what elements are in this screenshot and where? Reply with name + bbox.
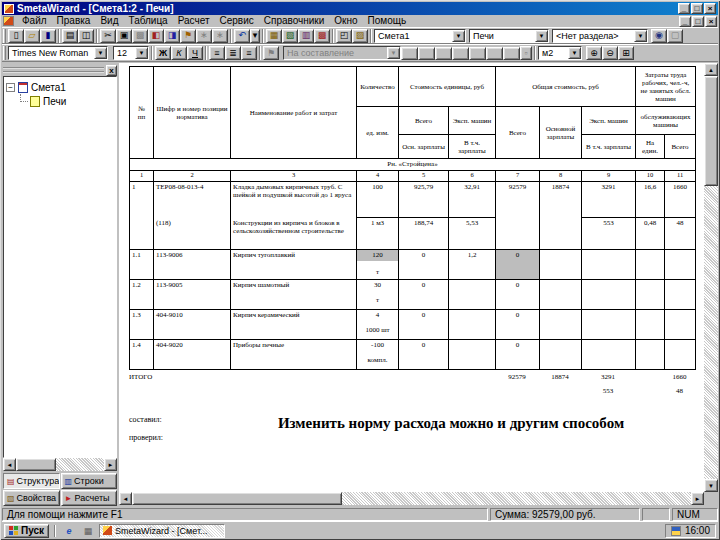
mdi-minimize-button[interactable]: _ [679, 16, 691, 27]
horizontal-scrollbar[interactable]: ◄ ► [119, 492, 704, 505]
italic-button[interactable]: К [171, 46, 187, 60]
bold-button[interactable]: Ж [155, 46, 171, 60]
table-icon[interactable]: ▦ [266, 29, 282, 43]
wizard-icon[interactable]: ∗ [196, 29, 212, 43]
tree-item-pechi[interactable]: Печи [20, 94, 114, 108]
more-icon[interactable]: ▫ [520, 46, 532, 60]
start-button[interactable]: Пуск [4, 524, 49, 538]
mdi-close-button[interactable]: × [705, 16, 717, 27]
chevron-down-icon[interactable]: ▼ [94, 47, 107, 59]
tab-structure[interactable]: ▤ Структура [3, 473, 60, 489]
menu-window[interactable]: Окно [329, 15, 362, 27]
tab-calculations[interactable]: ► Расчеты [61, 490, 118, 506]
table-row[interactable]: 1.4 404-9020 Приборы печные -100компл. 0… [130, 340, 696, 370]
minimize-button[interactable]: _ [678, 3, 690, 14]
table-row[interactable]: 1.1 113-9006 Кирпич тугоплавкий 120т 0 1… [130, 250, 696, 280]
chevron-down-icon[interactable]: ▼ [387, 47, 400, 59]
align-right-icon[interactable]: ≡ [241, 46, 257, 60]
grid-icon[interactable]: ▩ [314, 29, 330, 43]
scroll-thumb[interactable] [132, 492, 342, 505]
font-combo[interactable]: Times New Roman ▼ [8, 46, 108, 60]
check-flag-icon[interactable]: ⚑ [263, 46, 279, 60]
find-position-icon[interactable]: ◉ [651, 29, 667, 43]
unit-combo[interactable]: м2 ▼ [538, 46, 582, 60]
row-quantity-cell[interactable]: 41000 шт [357, 310, 399, 340]
menu-service[interactable]: Сервис [215, 15, 259, 27]
taskbar-task-smetawizard[interactable]: SmetaWizard - [Смет... [99, 524, 225, 538]
close-panel-icon[interactable]: x [106, 65, 117, 76]
zoom-page-icon[interactable]: ⊞ [618, 46, 634, 60]
print-icon[interactable]: ▤ [62, 29, 78, 43]
insert-row-icon[interactable]: ◧ [148, 29, 164, 43]
print-preview-icon[interactable]: ◫ [78, 29, 94, 43]
properties-icon[interactable]: ◰ [336, 29, 352, 43]
row-quantity-cell[interactable]: 1 м3 [357, 218, 399, 250]
tray-icon[interactable] [671, 526, 681, 536]
chevron-down-icon[interactable]: ▼ [568, 47, 581, 59]
scroll-right-icon[interactable]: ► [691, 492, 704, 505]
font-size-combo[interactable]: 12 ▼ [113, 46, 149, 60]
menu-file[interactable]: Файл [17, 15, 52, 27]
row-total[interactable]: 0 [496, 340, 540, 370]
flag-icon[interactable]: ⚑ [180, 29, 196, 43]
maximize-button[interactable]: □ [691, 3, 703, 14]
table-row[interactable]: (118) Конструкции из кирпича и блоков в … [130, 218, 696, 250]
open-icon[interactable]: ▱ [24, 29, 40, 43]
align-left-icon[interactable]: ≡ [209, 46, 225, 60]
row-total[interactable] [496, 218, 540, 250]
row-total[interactable]: 0 [496, 250, 540, 280]
copy-icon[interactable]: ▣ [116, 29, 132, 43]
row-total[interactable]: 0 [496, 280, 540, 310]
document-page[interactable]: № пп Шифр и номер позиции норматива Наим… [119, 63, 704, 492]
save-icon[interactable]: ▮ [40, 29, 56, 43]
row-total[interactable]: 0 [496, 310, 540, 340]
undo-dropdown-icon[interactable]: ▾ [250, 29, 260, 43]
underline-button[interactable]: Ч [187, 46, 203, 60]
menu-calc[interactable]: Расчет [173, 15, 215, 27]
row-quantity-cell[interactable]: 100 [357, 182, 399, 218]
vertical-scrollbar[interactable]: ▲ ▼ [704, 63, 718, 492]
panel-grip[interactable]: x [3, 64, 117, 76]
scroll-right-icon[interactable]: ► [104, 458, 117, 471]
tab-properties[interactable]: ▧ Свойства [3, 490, 60, 506]
formula-combo[interactable]: На составление ▼ [283, 46, 401, 60]
paste-icon[interactable]: ▩ [132, 29, 148, 43]
desktop-shortcut-icon[interactable]: ▦ [80, 524, 96, 538]
document-combo[interactable]: Печи ▼ [469, 29, 549, 43]
magic-icon[interactable]: ∗ [212, 29, 228, 43]
new-window-icon[interactable]: ▢ [667, 29, 683, 43]
smeta-combo[interactable]: Смета1 ▼ [374, 29, 466, 43]
chevron-down-icon[interactable]: ▼ [452, 30, 465, 42]
row-quantity-cell[interactable]: 30т [357, 280, 399, 310]
cut-icon[interactable]: ✂ [100, 29, 116, 43]
scroll-left-icon[interactable]: ◄ [3, 458, 16, 471]
razdel-combo[interactable]: <Нет раздела> ▼ [552, 29, 648, 43]
chevron-down-icon[interactable]: ▼ [634, 30, 647, 42]
zoom-in-icon[interactable]: ⊕ [586, 46, 602, 60]
align-center-icon[interactable]: ≣ [225, 46, 241, 60]
menu-edit[interactable]: Правка [52, 15, 96, 27]
table-row[interactable]: 1 ТЕР08-08-013-4 Кладка дымовых кирпичны… [130, 182, 696, 218]
cell-icon[interactable]: ▨ [352, 29, 368, 43]
menu-references[interactable]: Справочники [259, 15, 330, 27]
scroll-up-icon[interactable]: ▲ [704, 63, 718, 76]
tab-rows[interactable]: ▥ Строки [61, 473, 118, 489]
scroll-left-icon[interactable]: ◄ [119, 492, 132, 505]
chevron-down-icon[interactable]: ▼ [135, 47, 148, 59]
add-table-icon[interactable]: ▥ [298, 29, 314, 43]
chevron-down-icon[interactable]: ▼ [535, 30, 548, 42]
new-document-icon[interactable]: ▯ [8, 29, 24, 43]
internet-explorer-icon[interactable]: e [61, 524, 77, 538]
row-total[interactable]: 92579 [496, 182, 540, 218]
menu-table[interactable]: Таблица [123, 15, 172, 27]
zoom-out-icon[interactable]: ⊖ [602, 46, 618, 60]
menu-view[interactable]: Вид [95, 15, 123, 27]
tree-item-smeta[interactable]: − Смета1 [6, 80, 114, 94]
undo-icon[interactable]: ↶ [234, 29, 250, 43]
collapse-icon[interactable]: − [6, 83, 15, 92]
close-button[interactable]: × [704, 3, 716, 14]
menu-help[interactable]: Помощь [363, 15, 412, 27]
row-quantity-cell[interactable]: -100компл. [357, 340, 399, 370]
mdi-restore-button[interactable]: □ [692, 16, 704, 27]
row-quantity-cell[interactable]: 120т [357, 250, 399, 280]
